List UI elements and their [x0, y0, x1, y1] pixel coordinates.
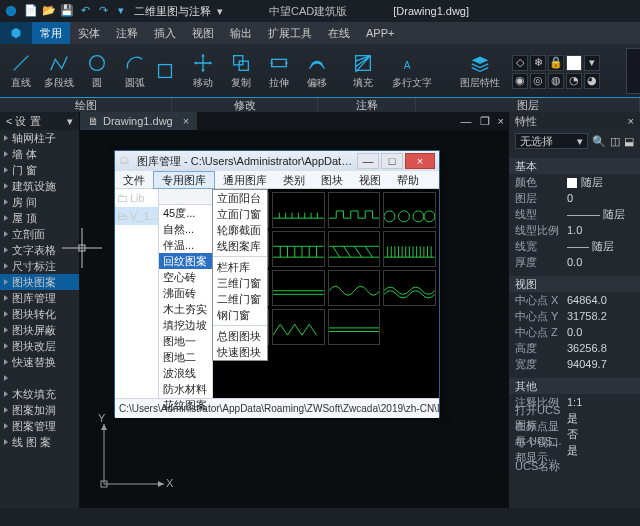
palette-item[interactable]: 图库管理: [0, 290, 79, 306]
property-row[interactable]: 每个视口都显示...是: [509, 442, 640, 458]
property-row[interactable]: 中心点 Y31758.2: [509, 308, 640, 324]
sublist-item[interactable]: 自然...: [159, 221, 212, 237]
tab-common[interactable]: 常用: [32, 22, 70, 44]
sublist-item[interactable]: 回纹图案: [159, 253, 212, 269]
property-row[interactable]: 图层0: [509, 190, 640, 206]
dropdown-item[interactable]: 立面阳台: [213, 190, 267, 206]
block-thumbnail[interactable]: [272, 231, 325, 267]
copy-button[interactable]: 复制: [224, 47, 258, 95]
property-row[interactable]: 中心点 X64864.0: [509, 292, 640, 308]
dialog-minimize-button[interactable]: —: [357, 153, 379, 169]
layer-lock-icon[interactable]: 🔒: [548, 55, 564, 71]
close-tab-icon[interactable]: ×: [183, 115, 189, 127]
block-thumbnail[interactable]: [328, 309, 381, 345]
quick-select-icon[interactable]: 🔍: [592, 135, 606, 148]
palette-item[interactable]: 图块改层: [0, 338, 79, 354]
sublist-item[interactable]: 波浪线: [159, 365, 212, 381]
close-doc-icon[interactable]: ×: [494, 115, 508, 127]
dialog-menu-item[interactable]: 类别: [275, 171, 313, 189]
block-thumbnail[interactable]: [272, 309, 325, 345]
offset-button[interactable]: 偏移: [300, 47, 334, 95]
layer-color-icon[interactable]: [566, 55, 582, 71]
dropdown-item[interactable]: 线图案库: [213, 238, 267, 254]
selection-dropdown[interactable]: 无选择▾: [515, 133, 588, 149]
dialog-close-button[interactable]: ×: [405, 153, 435, 169]
property-row[interactable]: 中心点 Z0.0: [509, 324, 640, 340]
sublist-item[interactable]: 伴温...: [159, 237, 212, 253]
property-row[interactable]: 高度36256.8: [509, 340, 640, 356]
property-row[interactable]: 线型比例1.0: [509, 222, 640, 238]
layer-freeze-icon[interactable]: ❄: [530, 55, 546, 71]
dialog-menu-item[interactable]: 通用图库: [215, 171, 275, 189]
group-view[interactable]: 视图: [509, 276, 640, 292]
tab-app[interactable]: APP+: [358, 22, 402, 44]
dialog-menu-item[interactable]: 图块: [313, 171, 351, 189]
mtext-button[interactable]: A多行文字: [384, 47, 440, 95]
move-button[interactable]: 移动: [186, 47, 220, 95]
layer-tool-3[interactable]: ◍: [548, 73, 564, 89]
polyline-button[interactable]: 多段线: [42, 47, 76, 95]
property-row[interactable]: 线型——— 随层: [509, 206, 640, 222]
restore-doc-icon[interactable]: ❐: [476, 115, 494, 128]
property-row[interactable]: 颜色随层: [509, 174, 640, 190]
draw-more-button[interactable]: [156, 47, 174, 95]
circle-button[interactable]: 圆: [80, 47, 114, 95]
block-thumbnail[interactable]: [328, 270, 381, 306]
sublist-item[interactable]: 填挖边坡: [159, 317, 212, 333]
dialog-menu-item[interactable]: 专用图库: [153, 171, 215, 189]
tab-view[interactable]: 视图: [184, 22, 222, 44]
layer-tool-1[interactable]: ◉: [512, 73, 528, 89]
palette-item[interactable]: 图块图案: [0, 274, 79, 290]
group-other[interactable]: 其他: [509, 378, 640, 394]
qat-save-icon[interactable]: 💾: [60, 4, 74, 18]
workspace-dropdown-icon[interactable]: ▾: [217, 5, 223, 18]
panel-close-icon[interactable]: ×: [628, 115, 634, 127]
tab-annotate[interactable]: 注释: [108, 22, 146, 44]
toggle-pick-icon[interactable]: ⬓: [624, 135, 634, 148]
qat-new-icon[interactable]: 📄: [24, 4, 38, 18]
palette-item[interactable]: 图案管理: [0, 418, 79, 434]
sublist-item[interactable]: 沸面砖: [159, 285, 212, 301]
block-thumbnail[interactable]: [383, 270, 436, 306]
qat-undo-icon[interactable]: ↶: [78, 4, 92, 18]
dialog-maximize-button[interactable]: □: [381, 153, 403, 169]
tab-entity[interactable]: 实体: [70, 22, 108, 44]
block-thumbnail[interactable]: [383, 231, 436, 267]
tree-node[interactable]: 🗁V_1...: [115, 207, 158, 225]
palette-item[interactable]: 建筑设施: [0, 178, 79, 194]
palette-item[interactable]: 门 窗: [0, 162, 79, 178]
tab-online[interactable]: 在线: [320, 22, 358, 44]
dialog-menu-item[interactable]: 视图: [351, 171, 389, 189]
stretch-button[interactable]: 拉伸: [262, 47, 296, 95]
palette-item[interactable]: 图块屏蔽: [0, 322, 79, 338]
dropdown-item[interactable]: 轮廓截面: [213, 222, 267, 238]
dialog-menu-item[interactable]: 帮助: [389, 171, 427, 189]
group-basic[interactable]: 基本: [509, 158, 640, 174]
block-thumbnail[interactable]: [383, 192, 436, 228]
sublist-item[interactable]: 空心砖: [159, 269, 212, 285]
sublist-item[interactable]: 防水材料: [159, 381, 212, 397]
tab-output[interactable]: 输出: [222, 22, 260, 44]
palette-item[interactable]: 房 间: [0, 194, 79, 210]
document-tab[interactable]: 🗎 Drawing1.dwg ×: [80, 112, 197, 130]
property-row[interactable]: 线宽—— 随层: [509, 238, 640, 254]
qat-dropdown-icon[interactable]: ▾: [114, 4, 128, 18]
line-button[interactable]: 直线: [4, 47, 38, 95]
palette-item[interactable]: 图案加洞: [0, 402, 79, 418]
palette-item[interactable]: 快速替换: [0, 354, 79, 370]
sublist-item[interactable]: 花纹图案: [159, 397, 212, 413]
property-row[interactable]: UCS名称: [509, 458, 640, 474]
qat-redo-icon[interactable]: ↷: [96, 4, 110, 18]
palette-item[interactable]: 轴网柱子: [0, 130, 79, 146]
layer-properties-button[interactable]: 图层特性: [452, 47, 508, 95]
arc-button[interactable]: 圆弧: [118, 47, 152, 95]
dropdown-item[interactable]: 钢门窗: [213, 307, 267, 323]
sublist-item[interactable]: 图地一: [159, 333, 212, 349]
workspace-name[interactable]: 二维里图与注释: [134, 4, 211, 19]
application-button[interactable]: [0, 22, 32, 44]
palette-item[interactable]: 线 图 案: [0, 434, 79, 450]
property-row[interactable]: 宽度94049.7: [509, 356, 640, 372]
dropdown-item[interactable]: 三维门窗: [213, 275, 267, 291]
layer-more-icon[interactable]: ▾: [584, 55, 600, 71]
dropdown-item[interactable]: 二维门窗: [213, 291, 267, 307]
